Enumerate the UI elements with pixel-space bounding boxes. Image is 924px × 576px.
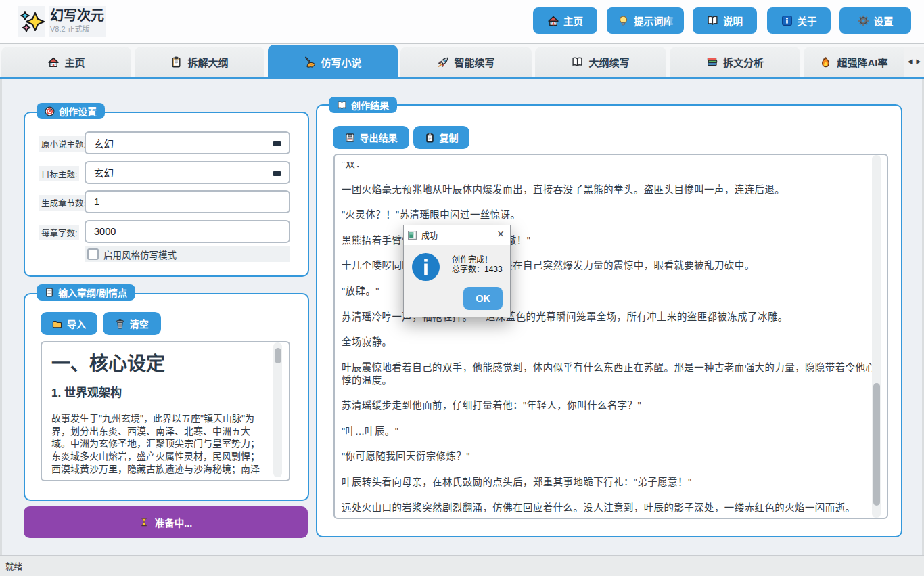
dialog-message-line2: 总字数：1433 xyxy=(452,265,503,274)
tab-outline-parse[interactable]: 拆解大纲 xyxy=(135,47,264,77)
outline-text: 一、核心设定 1. 世界观架构 故事发生于"九州玄境"，此界以五座"镇天山脉"为… xyxy=(42,342,272,475)
chapter-count-label: 生成章节数: xyxy=(39,195,88,211)
tab-imitate-novel-label: 仿写小说 xyxy=(321,55,361,69)
result-paragraph: 一团火焰毫无预兆地从叶辰体内爆发而出，直接吞没了黑熊的拳头。盗匪头目惨叫一声，连… xyxy=(342,183,876,196)
style-imitation-row: 启用风格仿写模式 xyxy=(85,246,290,262)
target-theme-value: 玄幻 xyxy=(94,165,114,179)
status-bar: 就绪 xyxy=(0,555,924,576)
result-paragraph: 叶辰转头看向母亲，在林氏鼓励的点头后，郑重其事地跪下行礼："弟子愿意！" xyxy=(342,476,876,489)
export-result-button-label: 导出结果 xyxy=(360,131,398,144)
tab-scroll-arrows: ◀ ▶ xyxy=(904,47,924,77)
result-paragraph: "你可愿随我回天衍宗修炼？" xyxy=(342,450,876,463)
words-per-chapter-value: 3000 xyxy=(94,226,116,237)
about-button[interactable]: 关于 xyxy=(767,7,831,34)
tab-scroll-left-icon[interactable]: ◀ xyxy=(908,60,913,65)
house-icon xyxy=(547,15,559,26)
instructions-button[interactable]: 说明 xyxy=(693,7,757,34)
generate-button[interactable]: 准备中... xyxy=(24,506,308,538)
clear-button[interactable]: 清空 xyxy=(103,312,162,335)
dialog-title: 成功 xyxy=(421,229,438,241)
app-version: V8.2 正式版 xyxy=(50,24,106,34)
outline-scrollbar-thumb[interactable] xyxy=(275,348,281,363)
window-icon xyxy=(408,231,417,240)
tab-smart-continue[interactable]: 智能续写 xyxy=(400,47,532,77)
outline-scrollbar-track[interactable] xyxy=(273,342,282,477)
tab-text-analysis-label: 拆文分析 xyxy=(723,55,764,69)
result-panel-badge: 创作结果 xyxy=(329,97,397,113)
status-text: 就绪 xyxy=(5,560,22,573)
result-paragraph: 苏清瑶缓步走到他面前，仔细打量着他："年轻人，你叫什么名字？" xyxy=(342,399,876,412)
tab-text-analysis[interactable]: 拆文分析 xyxy=(670,47,800,77)
hourglass-icon xyxy=(139,517,149,527)
source-theme-value: 玄幻 xyxy=(94,136,114,150)
settings-panel-badge: 创作设置 xyxy=(37,103,105,119)
about-button-label: 关于 xyxy=(798,14,817,28)
tab-bar: 主页 拆解大纲 仿写小说 智能续写 大纲续写 拆文分析 超强降AI率 ◀ ▶ xyxy=(0,43,924,79)
header: 幻写次元 V8.2 正式版 主页 提示词库 说明 关于 设置 xyxy=(0,0,924,43)
dialog-titlebar[interactable]: 成功 × xyxy=(404,225,510,245)
tab-home-label: 主页 xyxy=(64,55,85,69)
dialog-close-icon[interactable]: × xyxy=(496,228,505,239)
import-button-label: 导入 xyxy=(67,317,86,330)
gear-icon xyxy=(858,15,869,26)
tab-smart-continue-label: 智能续写 xyxy=(454,55,494,69)
book-icon xyxy=(707,15,718,26)
target-theme-label: 目标主题: xyxy=(39,166,79,181)
result-scrollbar-thumb[interactable] xyxy=(873,383,880,506)
chapter-count-value: 1 xyxy=(94,196,99,207)
floppy-icon xyxy=(345,133,355,143)
dialog-ok-button[interactable]: OK xyxy=(463,287,503,310)
open-book-icon xyxy=(337,100,347,110)
target-icon xyxy=(45,106,55,116)
prompt-library-button[interactable]: 提示词库 xyxy=(607,7,684,34)
source-theme-combobox[interactable]: 玄幻 xyxy=(85,131,290,154)
target-theme-combobox[interactable]: 玄幻 xyxy=(85,161,290,184)
tab-outline-continue-label: 大纲续写 xyxy=(588,55,629,69)
combo-dropdown-icon[interactable] xyxy=(273,141,281,146)
fire-icon xyxy=(820,56,831,68)
words-per-chapter-input[interactable]: 3000 xyxy=(85,220,290,243)
app-title: 幻写次元 xyxy=(50,7,106,24)
export-result-button[interactable]: 导出结果 xyxy=(333,126,409,149)
tab-imitate-novel[interactable]: 仿写小说 xyxy=(268,45,398,79)
copy-button-label: 复制 xyxy=(440,131,459,144)
result-scrollbar-track[interactable] xyxy=(872,155,881,518)
settings-panel-title: 创作设置 xyxy=(59,104,97,118)
style-imitation-checkbox[interactable] xyxy=(87,248,99,260)
generate-button-label: 准备中... xyxy=(155,515,193,529)
chapter-count-input[interactable]: 1 xyxy=(85,190,290,213)
tab-scroll-right-icon[interactable]: ▶ xyxy=(916,60,921,65)
source-theme-label: 原小说主题: xyxy=(39,136,88,152)
copy-button[interactable]: 复制 xyxy=(413,126,469,149)
words-per-chapter-label: 每章字数: xyxy=(39,225,79,240)
style-imitation-label: 启用风格仿写模式 xyxy=(103,248,177,261)
clipboard-icon xyxy=(425,133,435,143)
home-button[interactable]: 主页 xyxy=(533,7,597,34)
result-text: "双： 一团火焰毫无预兆地从叶辰体内爆发而出，直接吞没了黑熊的拳头。盗匪头目惨叫… xyxy=(335,162,884,517)
instructions-button-label: 说明 xyxy=(723,14,743,28)
writing-hand-icon xyxy=(304,56,315,68)
tab-reduce-ai-rate-label: 超强降AI率 xyxy=(837,55,887,69)
combo-dropdown-icon[interactable] xyxy=(273,171,281,176)
settings-button[interactable]: 设置 xyxy=(839,7,911,34)
result-panel-title: 创作结果 xyxy=(351,98,389,112)
home-button-label: 主页 xyxy=(563,14,583,28)
import-button[interactable]: 导入 xyxy=(41,312,97,335)
tab-reduce-ai-rate[interactable]: 超强降AI率 xyxy=(804,47,904,77)
books-icon xyxy=(706,56,718,68)
page-icon xyxy=(45,288,54,297)
tab-home[interactable]: 主页 xyxy=(1,47,131,77)
dialog-message: 创作完成！ 总字数：1433 xyxy=(452,255,503,274)
clear-button-label: 清空 xyxy=(130,317,149,330)
result-paragraph: "叶...叶辰。" xyxy=(342,425,876,438)
result-paragraph: 远处火山口的岩浆突然剧烈翻涌，仿佛在回应着什么。没人注意到，叶辰的影子深处，一缕… xyxy=(342,502,876,514)
app-logo xyxy=(18,6,45,37)
result-paragraph: "双： xyxy=(342,162,876,171)
sparkles-icon xyxy=(19,9,45,35)
tab-outline-continue[interactable]: 大纲续写 xyxy=(535,47,666,77)
outline-heading1: 一、核心设定 xyxy=(51,353,165,376)
open-book-icon xyxy=(572,56,583,68)
result-paragraph: 叶辰震惊地看着自己的双手，他能感觉到，体内似乎有什么东西正在苏醒。那是一种古老而… xyxy=(342,361,876,387)
house-icon xyxy=(47,56,59,68)
content-left-edge xyxy=(0,79,2,555)
